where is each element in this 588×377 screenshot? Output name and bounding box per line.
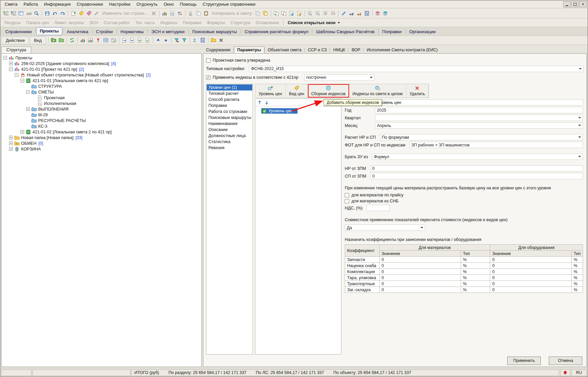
panel-oglavlenie[interactable]: Оглавление xyxy=(253,20,282,25)
maximize-button[interactable] xyxy=(571,1,579,7)
delete-row-icon[interactable] xyxy=(150,10,158,17)
close-button[interactable]: ✕ xyxy=(579,1,587,7)
tab-soderzhanie[interactable]: Содержание xyxy=(203,47,234,53)
menu-strukturnye-spravochniki[interactable]: Структурные справочники xyxy=(200,1,259,8)
marker-icon[interactable] xyxy=(340,10,348,17)
materials-type-cell[interactable]: % xyxy=(461,269,490,275)
tree-node-local-estimate-2[interactable]: 421-01-02 [Локальная смета 2 по 421 пр] xyxy=(2,129,201,135)
section-officials[interactable]: Должностные лица xyxy=(207,133,252,139)
layers-pink-icon[interactable] xyxy=(374,10,382,17)
chart-report-icon[interactable] xyxy=(87,37,94,44)
panel-popravki[interactable]: Поправки xyxy=(180,20,204,25)
materials-type-cell[interactable]: % xyxy=(461,275,490,281)
tree-node-resource-calcs-folder[interactable]: РЕСУРСНЫЕ РАСЧЕТЫ xyxy=(2,118,201,123)
equipment-value-cell[interactable]: 0 xyxy=(490,281,572,287)
name-field[interactable]: Уровень цен xyxy=(375,99,583,106)
approved-checkbox[interactable] xyxy=(206,58,210,63)
tab-proekty[interactable]: Проекты xyxy=(36,27,62,35)
tab-normativy[interactable]: Нормативы xyxy=(117,28,147,36)
view-menu-button[interactable]: Вид xyxy=(30,37,46,44)
equipment-type-cell[interactable]: % xyxy=(572,257,583,263)
price-kind-button[interactable]: Вид цен xyxy=(286,84,308,98)
from-snb-checkbox[interactable] xyxy=(345,199,349,203)
expander-icon[interactable] xyxy=(9,62,13,65)
tree-node-korzina[interactable]: КОРЗИНА xyxy=(2,146,201,152)
tree-node-new-object[interactable]: Новый объект строительства [Новый объект… xyxy=(2,72,201,78)
tree-node-executions-folder[interactable]: ВЫПОЛНЕНИЯ xyxy=(2,106,201,112)
equipment-value-cell[interactable]: 0 xyxy=(490,269,572,275)
undo-icon[interactable] xyxy=(51,10,59,17)
price-tag-2-icon[interactable] xyxy=(85,10,92,17)
nr-sp-calc-combo[interactable]: По формулам xyxy=(380,134,583,140)
panel-panel-cen[interactable]: Панель цен xyxy=(23,20,52,25)
tab-stroiki[interactable]: Стройки xyxy=(93,28,116,36)
panel-formuly[interactable]: Формулы xyxy=(204,20,227,25)
move-level-down-button[interactable] xyxy=(264,100,270,106)
section-statistics[interactable]: Статистика xyxy=(207,139,252,145)
materials-value-cell[interactable]: 0 xyxy=(379,257,461,263)
tab-obektnaya-smeta[interactable]: Объектная смета xyxy=(265,47,305,53)
equipment-type-cell[interactable]: % xyxy=(572,263,583,269)
tree-node-256-02-2025[interactable]: 256-02-2025 [Здание спортивного комплекс… xyxy=(2,61,201,66)
doc-stamp-icon[interactable] xyxy=(288,10,296,17)
by-price-checkbox[interactable] xyxy=(345,193,349,197)
tree-node-structure-folder[interactable]: СТРУКТУРА xyxy=(2,83,201,89)
copy-doc-icon[interactable] xyxy=(254,10,262,17)
redo-icon[interactable] xyxy=(59,10,66,17)
doc-check-icon[interactable] xyxy=(144,37,151,44)
section-search-routes[interactable]: Поисковые маршруты xyxy=(207,115,252,121)
panel-resursy[interactable]: Ресурсы xyxy=(2,20,23,25)
layers-teal-icon[interactable] xyxy=(382,10,389,17)
expander-icon[interactable] xyxy=(9,67,13,71)
tree-node-executive-estimate[interactable]: % Исполнительная xyxy=(2,101,201,106)
panel-indeksy[interactable]: Индексы xyxy=(158,20,180,25)
menu-rabota[interactable]: Работа xyxy=(20,1,41,8)
equipment-type-cell[interactable]: % xyxy=(572,281,583,287)
materials-value-cell[interactable]: 0 xyxy=(379,269,461,275)
equipment-type-cell[interactable]: % xyxy=(572,269,583,275)
menu-smeta[interactable]: Смета xyxy=(2,1,20,8)
zu-combo[interactable]: Формул xyxy=(372,153,583,160)
tab-ispolnenie-eis[interactable]: Исполнение Сметы контракта (ЕИС) xyxy=(364,47,441,53)
open-windows-menu[interactable]: Список открытых окон xyxy=(285,20,343,25)
copy-to-estimate-label[interactable]: Копировать в смету xyxy=(210,11,254,16)
menu-okno[interactable]: Окно xyxy=(160,1,177,8)
edit-row-icon[interactable] xyxy=(92,10,100,17)
price-tag-icon[interactable] xyxy=(77,10,85,17)
close-panel-icon[interactable] xyxy=(217,37,225,44)
copy-icon[interactable] xyxy=(195,10,202,17)
fot-combo[interactable]: ЗП рабочих + ЗП машинистов xyxy=(409,142,583,148)
apply-421-checkbox[interactable] xyxy=(206,75,210,80)
language-indicator[interactable]: RU xyxy=(571,369,587,376)
sort-updown-icon[interactable] xyxy=(176,10,184,17)
materials-value-cell[interactable]: 0 xyxy=(379,263,461,269)
tab-esn-metodiki[interactable]: ЭСН и методики xyxy=(148,28,188,36)
materials-type-cell[interactable]: % xyxy=(461,257,490,263)
export-table-icon[interactable] xyxy=(17,10,25,17)
tree-node-local-estimate-1[interactable]: 421-01-01 [Локальная смета по 421 пр] xyxy=(2,78,201,83)
structure-icon[interactable] xyxy=(9,10,17,17)
equipment-type-cell[interactable]: % xyxy=(572,287,583,293)
folder-up-icon[interactable] xyxy=(50,37,58,44)
menu-otdohnut[interactable]: Отдохнуть xyxy=(133,1,160,8)
tab-poiskovye-marshruty[interactable]: Поисковые маршруты xyxy=(189,28,240,36)
materials-type-cell[interactable]: % xyxy=(461,281,490,287)
pin-icon[interactable] xyxy=(94,37,102,44)
tab-analitika[interactable]: Аналитика xyxy=(63,28,91,36)
year-field[interactable]: 2025 xyxy=(375,107,583,113)
indexes-whole-estimate-button[interactable]: Индексы по смете в целом xyxy=(349,84,406,98)
section-names[interactable]: Наименования xyxy=(207,121,252,127)
tab-shablony-svodnyh[interactable]: Шаблоны Сводных Расчётов xyxy=(313,28,378,36)
chart-columns-icon[interactable] xyxy=(79,37,87,44)
tab-nmck[interactable]: НМЦК xyxy=(330,47,348,53)
sum-icon[interactable]: Σ xyxy=(191,37,199,44)
calculator-small-icon[interactable] xyxy=(199,37,207,44)
folder-yellow-icon[interactable] xyxy=(210,37,217,44)
tree-node-m29-folder[interactable]: М-29 xyxy=(2,112,201,118)
equipment-value-cell[interactable]: 0 xyxy=(490,287,572,293)
vat-field[interactable] xyxy=(367,205,390,211)
tree-node-estimates-folder[interactable]: СМЕТЫ xyxy=(2,89,201,95)
section-corrections[interactable]: Поправки xyxy=(207,103,252,109)
tree-node-obmen[interactable]: ОБМЕН [0] xyxy=(2,140,201,146)
tree-node-projects[interactable]: Проекты xyxy=(2,55,201,61)
